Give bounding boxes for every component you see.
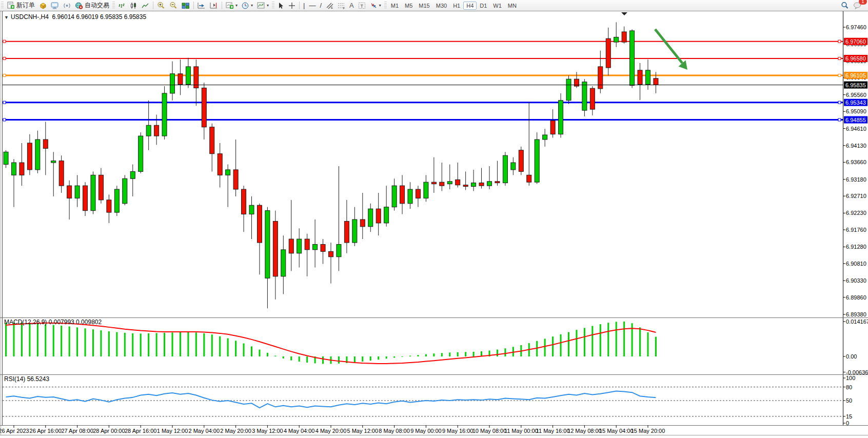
macd-name: MACD(12,26,9) [4, 318, 47, 326]
svg-text:6.95090: 6.95090 [846, 108, 866, 114]
macd-values: 0.007993 0.009802 [49, 318, 102, 326]
date-label: 11 May 00:00 [504, 428, 538, 434]
svg-text:6.91280: 6.91280 [846, 244, 866, 250]
level-badge-6.96105: 6.96105 [845, 72, 866, 78]
date-label: 27 Apr 08:00 [61, 428, 93, 434]
svg-text:50: 50 [846, 397, 852, 404]
date-label: 15 May 04:00 [599, 428, 634, 434]
date-label: 10 May 08:00 [472, 428, 507, 434]
hline-handle [838, 40, 841, 43]
date-label: 26 Apr 16:00 [30, 428, 62, 434]
date-label: 8 May 08:00 [379, 428, 410, 434]
hline-handle [3, 40, 6, 43]
date-label: 2 May 20:00 [220, 428, 251, 434]
svg-text:6.90810: 6.90810 [846, 261, 866, 267]
date-label: 4 May 04:00 [284, 428, 315, 434]
svg-text:6.94610: 6.94610 [846, 126, 866, 132]
svg-text:6.89860: 6.89860 [846, 294, 866, 301]
mt4-window: 新订单 自动交易 ▾ ▾ ▾ | — / E F A T ▾ [0, 0, 868, 438]
hline-handle [838, 118, 841, 121]
level-badge-6.96580: 6.96580 [845, 55, 866, 62]
rsi-name: RSI(14) [4, 375, 25, 383]
svg-text:0.014167: 0.014167 [846, 318, 868, 325]
date-label: 12 May 08:00 [567, 428, 602, 434]
date-label: 4 May 20:00 [315, 428, 347, 434]
date-label: 9 May 16:00 [442, 428, 474, 434]
chart-canvas[interactable]: 6.974606.969906.965106.960406.955606.950… [0, 0, 868, 438]
level-badge-6.97060: 6.97060 [845, 38, 866, 45]
bid-price-badge: 6.95835 [845, 82, 866, 88]
date-label: 3 May 12:00 [252, 428, 283, 434]
svg-text:6.97460: 6.97460 [846, 24, 866, 30]
level-badge-6.95343: 6.95343 [845, 99, 866, 106]
date-label: 9 May 00:00 [410, 428, 442, 434]
svg-text:6.92710: 6.92710 [846, 193, 866, 199]
level-badge-6.94855: 6.94855 [845, 117, 866, 123]
hline-handle [3, 101, 6, 104]
date-label: 26 Apr 2023 [0, 428, 29, 434]
macd-indicator-label: MACD(12,26,9) 0.007993 0.009802 [4, 318, 102, 326]
date-label: 1 May 12:00 [157, 428, 188, 434]
svg-text:6.89380: 6.89380 [846, 311, 866, 317]
date-label: 28 Apr 16:00 [125, 428, 156, 434]
symbol-dropdown-icon[interactable]: ▼ [4, 15, 9, 20]
ohlc-quote-label: 6.96014 6.96019 6.95835 6.95835 [52, 13, 147, 21]
svg-text:6.90330: 6.90330 [846, 277, 866, 284]
hline-handle [3, 74, 6, 76]
hline-handle [838, 57, 841, 59]
svg-text:6.92230: 6.92230 [846, 210, 866, 216]
svg-text:6.91760: 6.91760 [846, 227, 866, 233]
svg-text:0: 0 [846, 420, 849, 426]
hline-handle [838, 101, 841, 104]
svg-text:80: 80 [846, 384, 852, 390]
svg-text:-0.006363: -0.006363 [846, 369, 868, 375]
chart-title-bar: ▼USDCNH-,H4 6.96014 6.96019 6.95835 6.95… [4, 13, 146, 21]
symbol-period-label: USDCNH-,H4 [11, 13, 49, 21]
date-label: 5 May 12:00 [347, 428, 379, 434]
svg-text:6.93660: 6.93660 [846, 159, 866, 165]
hline-handle [838, 74, 841, 76]
svg-text:6.93180: 6.93180 [846, 176, 866, 183]
hline-handle [3, 57, 6, 59]
svg-text:15: 15 [846, 413, 852, 420]
date-label: 2 May 04:00 [189, 428, 220, 434]
svg-text:100: 100 [846, 375, 855, 381]
svg-text:0.00: 0.00 [846, 353, 857, 360]
date-label: 15 May 20:00 [631, 428, 665, 434]
rsi-value: 56.5243 [27, 375, 49, 383]
svg-text:6.94130: 6.94130 [846, 143, 866, 149]
rsi-indicator-label: RSI(14) 56.5243 [4, 375, 49, 383]
date-label: 28 Apr 00:00 [93, 428, 125, 434]
hline-handle [3, 118, 6, 121]
svg-text:6.95560: 6.95560 [846, 92, 866, 98]
date-label: 11 May 16:00 [536, 428, 570, 434]
